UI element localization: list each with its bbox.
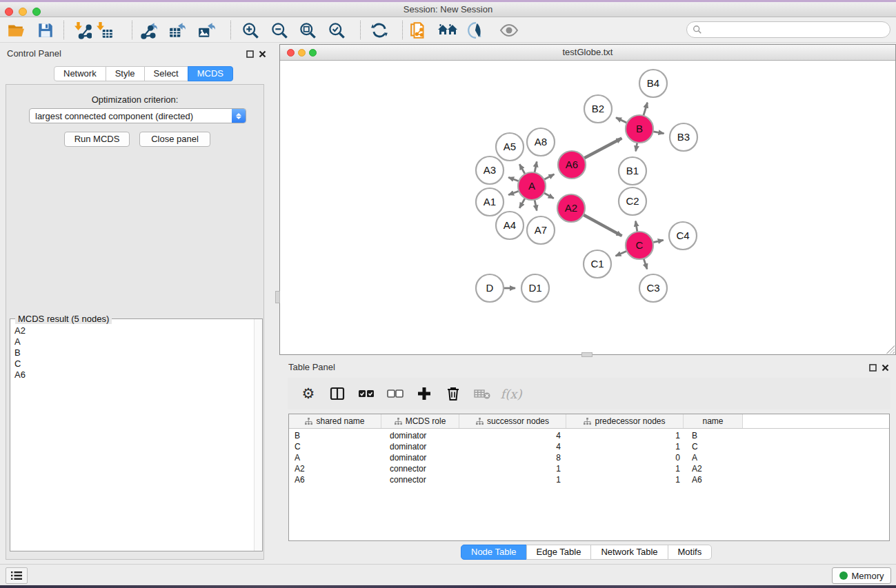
network-window-titlebar[interactable]: testGlobe.txt [280, 45, 895, 61]
column-header-name[interactable]: name [684, 414, 743, 428]
close-table-panel-icon[interactable] [882, 363, 890, 372]
network-graph[interactable]: B4B2BB3A5A8A6A3B1AC2A1A2A4A7C4CC1C3DD1 [280, 61, 895, 354]
export-table-icon[interactable] [167, 20, 188, 41]
network-close-button[interactable] [287, 49, 295, 57]
refresh-icon[interactable] [369, 20, 390, 41]
network-minimize-button[interactable] [298, 49, 306, 57]
tab-network-table[interactable]: Network Table [590, 545, 668, 560]
import-network-icon[interactable] [72, 20, 93, 41]
resize-grip-icon[interactable] [886, 345, 895, 354]
export-network-icon[interactable] [139, 20, 159, 41]
splitter-handle-left[interactable] [275, 291, 280, 303]
task-history-button[interactable] [6, 567, 28, 584]
graph-edge[interactable] [508, 177, 519, 181]
zoom-out-icon[interactable] [269, 20, 290, 41]
memory-button[interactable]: Memory [832, 567, 891, 584]
result-item[interactable]: A6 [14, 369, 253, 381]
mcds-result-list[interactable]: A2ABCA6 [10, 323, 253, 551]
search-field[interactable] [686, 21, 890, 38]
tab-node-table[interactable]: Node Table [461, 545, 527, 560]
zoom-in-icon[interactable] [240, 20, 261, 41]
table-cell[interactable]: 4 [459, 430, 566, 441]
zoom-window-button[interactable] [32, 8, 41, 16]
column-header-mcds-role[interactable]: MCDS role [381, 414, 459, 428]
export-image-icon[interactable] [196, 20, 217, 41]
float-panel-icon[interactable] [246, 50, 255, 58]
deselect-all-icon[interactable] [386, 384, 405, 403]
tab-select[interactable]: Select [144, 66, 188, 81]
delete-table-icon[interactable] [472, 384, 492, 403]
graph-edge[interactable] [535, 161, 537, 173]
graph-edge[interactable] [544, 192, 554, 199]
open-session-icon[interactable] [6, 20, 26, 41]
tab-motifs[interactable]: Motifs [668, 545, 713, 560]
table-cell[interactable]: dominator [381, 430, 459, 441]
close-panel-button[interactable]: Close panel [139, 132, 210, 147]
table-cell[interactable]: A2 [289, 463, 381, 474]
select-all-icon[interactable] [357, 384, 376, 403]
search-input[interactable] [702, 25, 890, 35]
annotations-icon[interactable] [466, 20, 486, 41]
add-column-icon[interactable] [415, 384, 434, 403]
table-cell[interactable]: A [684, 452, 743, 463]
table-cell[interactable]: C [684, 441, 743, 452]
zoom-fit-icon[interactable] [297, 20, 318, 41]
graph-edge[interactable] [583, 214, 622, 236]
graph-edge[interactable] [519, 198, 526, 208]
table-cell[interactable]: 4 [459, 441, 566, 452]
table-row[interactable]: A6connector11A6 [289, 474, 889, 485]
graph-edge[interactable] [584, 139, 622, 159]
table-cell[interactable]: 0 [566, 452, 684, 463]
run-mcds-button[interactable]: Run MCDS [64, 132, 130, 147]
table-cell[interactable]: A [289, 452, 381, 463]
graph-edge[interactable] [616, 118, 628, 123]
graph-edge[interactable] [644, 103, 648, 116]
zoom-selected-icon[interactable] [326, 20, 347, 41]
result-item[interactable]: A [14, 336, 253, 347]
graph-edge[interactable] [544, 174, 555, 180]
close-window-button[interactable] [5, 8, 13, 16]
column-view-icon[interactable] [328, 384, 347, 403]
table-cell[interactable]: 1 [566, 430, 684, 441]
splitter-handle-bottom[interactable] [581, 352, 593, 357]
graph-edge[interactable] [644, 258, 647, 269]
table-cell[interactable]: 1 [459, 463, 566, 474]
table-row[interactable]: Adominator80A [289, 452, 889, 463]
close-panel-icon[interactable] [259, 50, 267, 58]
column-header-shared-name[interactable]: shared name [289, 414, 381, 428]
network-zoom-button[interactable] [309, 49, 317, 57]
table-cell[interactable]: 1 [566, 463, 684, 474]
table-cell[interactable]: 1 [566, 441, 684, 452]
tab-style[interactable]: Style [106, 66, 145, 81]
network-canvas[interactable]: B4B2BB3A5A8A6A3B1AC2A1A2A4A7C4CC1C3DD1 [280, 61, 895, 354]
save-session-icon[interactable] [35, 20, 56, 41]
graph-edge[interactable] [653, 132, 664, 134]
table-cell[interactable]: connector [381, 463, 459, 474]
table-row[interactable]: Cdominator41C [289, 441, 889, 452]
graph-edge[interactable] [535, 199, 537, 211]
minimize-window-button[interactable] [19, 8, 27, 16]
table-cell[interactable]: B [684, 430, 743, 441]
result-item[interactable]: C [14, 358, 253, 369]
graph-edge[interactable] [653, 240, 664, 243]
graph-edge[interactable] [635, 221, 637, 233]
column-header-successor-nodes[interactable]: successor nodes [459, 414, 566, 428]
table-cell[interactable]: 8 [459, 452, 566, 463]
float-table-panel-icon[interactable] [869, 363, 877, 372]
table-row[interactable]: Bdominator41B [289, 430, 889, 441]
criterion-select[interactable]: largest connected component (directed) [29, 108, 246, 123]
import-table-icon[interactable] [94, 20, 115, 41]
settings-gear-icon[interactable]: ⚙ [299, 384, 318, 403]
result-item[interactable]: A2 [14, 325, 253, 336]
tab-network[interactable]: Network [54, 66, 106, 81]
home-icon[interactable] [437, 20, 458, 41]
graph-edge[interactable] [616, 251, 628, 256]
result-item[interactable]: B [14, 347, 253, 358]
graph-edge[interactable] [508, 191, 519, 195]
table-cell[interactable]: A6 [684, 474, 743, 485]
tab-edge-table[interactable]: Edge Table [526, 545, 592, 560]
delete-column-icon[interactable] [444, 384, 463, 403]
eye-icon[interactable] [499, 20, 519, 41]
result-scrollbar[interactable] [254, 319, 262, 551]
table-cell[interactable]: B [289, 430, 381, 441]
